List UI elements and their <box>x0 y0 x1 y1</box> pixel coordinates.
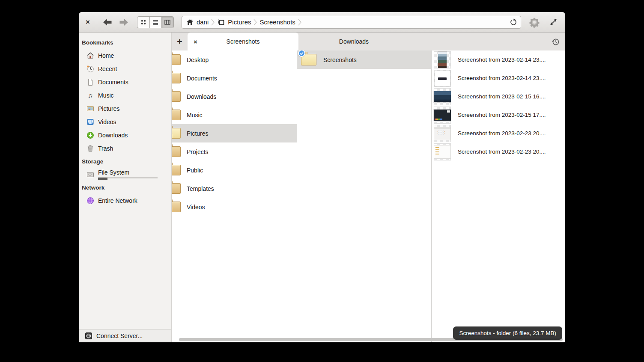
folder-open-checked-icon <box>301 54 316 65</box>
chevron-right-icon <box>253 18 257 27</box>
gear-icon <box>529 17 540 28</box>
column-files: Screenshot from 2023-02-14 23.... Screen… <box>432 50 565 342</box>
forward-button[interactable] <box>119 18 128 26</box>
sidebar-section-storage: Storage <box>79 155 171 168</box>
tab-close-icon[interactable]: × <box>194 39 197 45</box>
file-thumbnail <box>434 70 451 87</box>
breadcrumb-label: Pictures <box>228 18 251 26</box>
grid-view-icon <box>140 19 147 26</box>
list-view-button[interactable] <box>149 17 161 28</box>
connect-server-icon <box>85 332 92 340</box>
sidebar-item-home[interactable]: Home <box>79 49 171 62</box>
folder-label: Desktop <box>187 56 209 63</box>
folder-icon <box>172 146 181 157</box>
history-button[interactable] <box>546 33 565 50</box>
downloads-icon <box>86 131 94 139</box>
back-arrow-icon <box>103 18 112 26</box>
main-area: + × Screenshots Downloads <box>172 33 565 342</box>
sidebar-item-documents[interactable]: Documents <box>79 75 171 89</box>
refresh-button[interactable] <box>510 18 517 26</box>
grid-view-button[interactable] <box>137 17 149 28</box>
file-row[interactable]: Screenshot from 2023-02-15 16.... <box>432 87 565 106</box>
trash-icon <box>86 145 94 152</box>
disk-usage-fill <box>98 178 107 180</box>
file-thumbnail <box>434 88 451 105</box>
column-view-button[interactable] <box>161 17 173 28</box>
tab-downloads[interactable]: Downloads <box>298 33 409 50</box>
file-label: Screenshot from 2023-02-15 17.... <box>458 112 546 118</box>
chevron-right-icon <box>211 18 215 27</box>
sidebar-item-videos[interactable]: Videos <box>79 115 171 128</box>
file-row[interactable]: Screenshot from 2023-02-15 17.... <box>432 106 565 124</box>
fullscreen-button[interactable] <box>549 18 558 26</box>
folder-row-public[interactable]: Public <box>172 161 297 179</box>
sidebar-item-downloads[interactable]: Downloads <box>79 128 171 142</box>
folder-label: Documents <box>187 75 217 82</box>
folder-documents-icon <box>172 73 181 83</box>
breadcrumb-home[interactable]: dani <box>186 18 209 26</box>
folder-label: Public <box>187 167 203 174</box>
path-bar[interactable]: dani Pictures Screenshots <box>182 16 521 29</box>
folder-icon <box>172 54 181 65</box>
folder-label: Pictures <box>187 130 209 137</box>
sidebar-item-trash[interactable]: Trash <box>79 142 171 155</box>
breadcrumb-label: dani <box>197 18 209 26</box>
history-icon <box>551 37 560 46</box>
tab-screenshots[interactable]: × Screenshots <box>188 33 298 50</box>
folder-row-templates[interactable]: Templates <box>172 179 297 198</box>
home-icon <box>186 19 194 25</box>
file-row[interactable]: Screenshot from 2023-02-23 20.... <box>432 142 565 161</box>
folder-row-screenshots[interactable]: Screenshots <box>297 50 431 69</box>
folder-videos-icon <box>172 202 181 212</box>
home-icon <box>86 52 94 59</box>
sidebar-item-label: File System <box>98 169 158 176</box>
sidebar-item-label: Documents <box>98 79 128 86</box>
folder-pictures-icon <box>172 128 181 139</box>
file-row[interactable]: Screenshot from 2023-02-14 23.... <box>432 69 565 87</box>
recent-icon <box>86 65 94 73</box>
videos-icon <box>86 118 94 126</box>
folder-row-pictures[interactable]: Pictures <box>172 124 297 142</box>
document-icon <box>86 78 94 86</box>
sidebar: Bookmarks Home Recent Documents <box>79 33 172 342</box>
breadcrumb-pictures[interactable]: Pictures <box>217 18 251 26</box>
folder-music-icon: ♪ <box>172 110 181 120</box>
folder-downloads-icon <box>172 91 181 102</box>
sidebar-item-label: Recent <box>98 65 117 72</box>
sidebar-item-entire-network[interactable]: Entire Network <box>79 194 171 207</box>
folder-label: Music <box>187 112 203 119</box>
sidebar-item-recent[interactable]: Recent <box>79 62 171 75</box>
status-tooltip: Screenshots - folder (6 files, 23.7 MB) <box>453 326 562 340</box>
folder-row-videos[interactable]: Videos <box>172 198 297 216</box>
sidebar-item-label: Downloads <box>98 132 128 139</box>
back-button[interactable] <box>103 18 112 26</box>
folder-row-projects[interactable]: Projects <box>172 142 297 161</box>
folder-row-downloads[interactable]: Downloads <box>172 87 297 106</box>
file-label: Screenshot from 2023-02-14 23.... <box>458 75 546 81</box>
file-thumbnail <box>434 143 451 160</box>
breadcrumb-screenshots[interactable]: Screenshots <box>259 18 295 26</box>
connect-server-label: Connect Server... <box>96 332 143 339</box>
sidebar-item-file-system[interactable]: File System <box>79 168 171 181</box>
folder-row-desktop[interactable]: Desktop <box>172 50 297 69</box>
folder-label: Templates <box>187 185 214 192</box>
file-row[interactable]: Screenshot from 2023-02-14 23.... <box>432 50 565 69</box>
new-tab-button[interactable]: + <box>172 33 188 50</box>
sidebar-item-music[interactable]: ♫ Music <box>79 89 171 102</box>
file-row[interactable]: Screenshot from 2023-02-23 20.... <box>432 124 565 142</box>
tab-bar: + × Screenshots Downloads <box>172 33 565 50</box>
selected-check-badge <box>298 50 305 57</box>
breadcrumb-label: Screenshots <box>259 18 295 26</box>
settings-button[interactable] <box>529 17 540 28</box>
folder-row-music[interactable]: ♪ Music <box>172 106 297 124</box>
pictures-icon <box>86 105 94 113</box>
column-view: Desktop Documents Downloads <box>172 50 565 342</box>
window-close-button[interactable]: × <box>86 18 90 26</box>
folder-public-icon <box>172 165 181 175</box>
folder-row-documents[interactable]: Documents <box>172 69 297 87</box>
sidebar-item-pictures[interactable]: Pictures <box>79 102 171 115</box>
harddisk-icon <box>86 171 94 178</box>
connect-server-button[interactable]: Connect Server... <box>79 329 171 342</box>
network-icon <box>86 197 94 205</box>
column-places: Desktop Documents Downloads <box>172 50 297 342</box>
